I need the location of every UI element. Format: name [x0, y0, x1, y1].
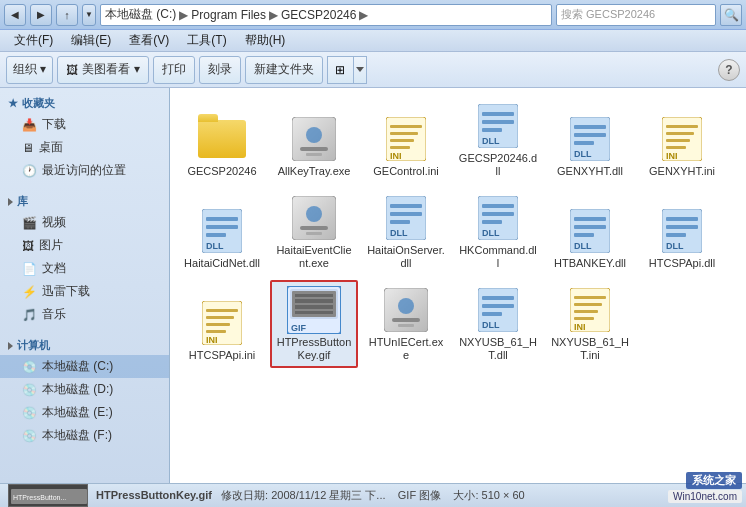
svg-rect-53	[666, 233, 686, 237]
file-item[interactable]: DLL HTCSPApi.dll	[638, 188, 726, 276]
sidebar-item-documents[interactable]: 📄 文档	[0, 257, 169, 280]
sidebar-item-video[interactable]: 🎬 视频	[0, 211, 169, 234]
file-icon	[287, 194, 341, 242]
sidebar-item-download[interactable]: 📥 下载	[0, 113, 169, 136]
svg-rect-52	[666, 225, 698, 229]
sidebar-item-drive-c[interactable]: 💿 本地磁盘 (C:)	[0, 355, 169, 378]
svg-rect-81	[574, 310, 598, 313]
content-area[interactable]: GECSP20246 AllKeyTray.exe INI GEControl.…	[170, 88, 746, 483]
file-name: NXYUSB_61_HT.ini	[550, 336, 630, 362]
preview-label: 美图看看 ▾	[82, 61, 139, 78]
file-name: HTCSPApi.dll	[649, 257, 715, 270]
search-button[interactable]: 🔍	[720, 4, 742, 26]
sidebar-item-drive-f[interactable]: 💿 本地磁盘 (F:)	[0, 424, 169, 447]
sidebar-item-music[interactable]: 🎵 音乐	[0, 303, 169, 326]
search-bar[interactable]: 搜索 GECSP20246	[556, 4, 716, 26]
file-icon: DLL	[563, 115, 617, 163]
status-filesize: 大小: 510 × 60	[453, 489, 524, 501]
svg-rect-56	[206, 309, 238, 312]
back-button[interactable]: ◀	[4, 4, 26, 26]
sidebar-header-library[interactable]: 库	[0, 190, 169, 211]
sidebar-item-drive-e[interactable]: 💿 本地磁盘 (E:)	[0, 401, 169, 424]
sidebar-item-desktop[interactable]: 🖥 桌面	[0, 136, 169, 159]
svg-rect-27	[206, 217, 238, 221]
file-icon	[195, 115, 249, 163]
organize-button[interactable]: 组织 ▾	[6, 56, 53, 84]
preview-icon: 🖼	[66, 63, 78, 77]
menu-edit[interactable]: 编辑(E)	[63, 30, 119, 51]
file-item[interactable]: INI GENXYHT.ini	[638, 96, 726, 184]
preview-button[interactable]: 🖼 美图看看 ▾	[57, 56, 148, 84]
svg-rect-6	[390, 132, 418, 135]
svg-rect-71	[392, 318, 420, 322]
file-item[interactable]: DLL NXYUSB_61_HT.dll	[454, 280, 542, 368]
views-button[interactable]: ⊞	[327, 56, 367, 84]
search-icon: 🔍	[724, 8, 739, 22]
desktop-icon: 🖥	[22, 141, 34, 155]
file-item[interactable]: INI GEControl.ini	[362, 96, 450, 184]
file-item[interactable]: DLL HKCommand.dll	[454, 188, 542, 276]
file-item[interactable]: GIF HTPressButtonKey.gif	[270, 280, 358, 368]
file-item[interactable]: INI HTCSPApi.ini	[178, 280, 266, 368]
file-icon: DLL	[471, 194, 525, 242]
help-button[interactable]: ?	[718, 59, 740, 81]
file-item[interactable]: GECSP20246	[178, 96, 266, 184]
file-item[interactable]: INI NXYUSB_61_HT.ini	[546, 280, 634, 368]
views-dropdown[interactable]	[353, 56, 367, 84]
status-preview-image: HTPressButton...	[8, 484, 88, 507]
menu-tools[interactable]: 工具(T)	[179, 30, 234, 51]
file-item[interactable]: HTUnIECert.exe	[362, 280, 450, 368]
file-item[interactable]: AllKeyTray.exe	[270, 96, 358, 184]
status-text: HTPressButtonKey.gif 修改日期: 2008/11/12 星期…	[96, 488, 738, 503]
file-icon: DLL	[379, 194, 433, 242]
breadcrumb-part: 本地磁盘 (C:)	[105, 6, 176, 23]
drive-e-icon: 💿	[22, 406, 37, 420]
sidebar-header-computer[interactable]: 计算机	[0, 334, 169, 355]
pictures-icon: 🖼	[22, 239, 34, 253]
recent-button[interactable]: ▼	[82, 4, 96, 26]
file-item[interactable]: DLL GENXYHT.dll	[546, 96, 634, 184]
svg-rect-16	[574, 125, 606, 129]
sidebar-item-drive-d[interactable]: 💿 本地磁盘 (D:)	[0, 378, 169, 401]
video-icon: 🎬	[22, 216, 37, 230]
forward-button[interactable]: ▶	[30, 4, 52, 26]
svg-rect-5	[390, 125, 422, 128]
print-button[interactable]: 打印	[153, 56, 195, 84]
menu-file[interactable]: 文件(F)	[6, 30, 61, 51]
sidebar-item-xunlei[interactable]: ⚡ 迅雷下载	[0, 280, 169, 303]
file-item[interactable]: HaitaiEventClient.exe	[270, 188, 358, 276]
newfolder-button[interactable]: 新建文件夹	[245, 56, 323, 84]
views-icon[interactable]: ⊞	[327, 56, 353, 84]
file-icon: INI	[563, 286, 617, 334]
svg-rect-43	[482, 220, 502, 224]
file-item[interactable]: DLL HaitaiCidNet.dll	[178, 188, 266, 276]
breadcrumb-part: GECSP20246	[281, 8, 356, 22]
up-button[interactable]: ↑	[56, 4, 78, 26]
menu-help[interactable]: 帮助(H)	[237, 30, 294, 51]
drive-d-label: 本地磁盘 (D:)	[42, 381, 113, 398]
newfolder-label: 新建文件夹	[254, 61, 314, 78]
burn-button[interactable]: 刻录	[199, 56, 241, 84]
svg-rect-72	[398, 324, 414, 327]
sidebar-header-favorites[interactable]: ★ 收藏夹	[0, 92, 169, 113]
svg-rect-82	[574, 317, 594, 320]
documents-icon: 📄	[22, 262, 37, 276]
file-item[interactable]: DLL HaitaiOnServer.dll	[362, 188, 450, 276]
status-details: 修改日期: 2008/11/12 星期三 下...	[221, 489, 385, 501]
breadcrumb[interactable]: 本地磁盘 (C:) ▶ Program Files ▶ GECSP20246 ▶	[100, 4, 552, 26]
svg-text:DLL: DLL	[206, 241, 224, 251]
svg-text:GIF: GIF	[291, 323, 307, 333]
file-name: GENXYHT.dll	[557, 165, 623, 178]
sidebar-item-recent[interactable]: 🕐 最近访问的位置	[0, 159, 169, 182]
svg-rect-76	[482, 312, 502, 316]
sidebar-item-pictures[interactable]: 🖼 图片	[0, 234, 169, 257]
file-item[interactable]: DLL HTBANKEY.dll	[546, 188, 634, 276]
svg-rect-2	[300, 147, 328, 151]
file-name: HTBANKEY.dll	[554, 257, 626, 270]
svg-text:INI: INI	[390, 151, 402, 161]
svg-point-1	[306, 127, 322, 143]
file-item[interactable]: DLL GECSP20246.dll	[454, 96, 542, 184]
file-icon	[379, 286, 433, 334]
menu-view[interactable]: 查看(V)	[121, 30, 177, 51]
svg-rect-79	[574, 296, 606, 299]
